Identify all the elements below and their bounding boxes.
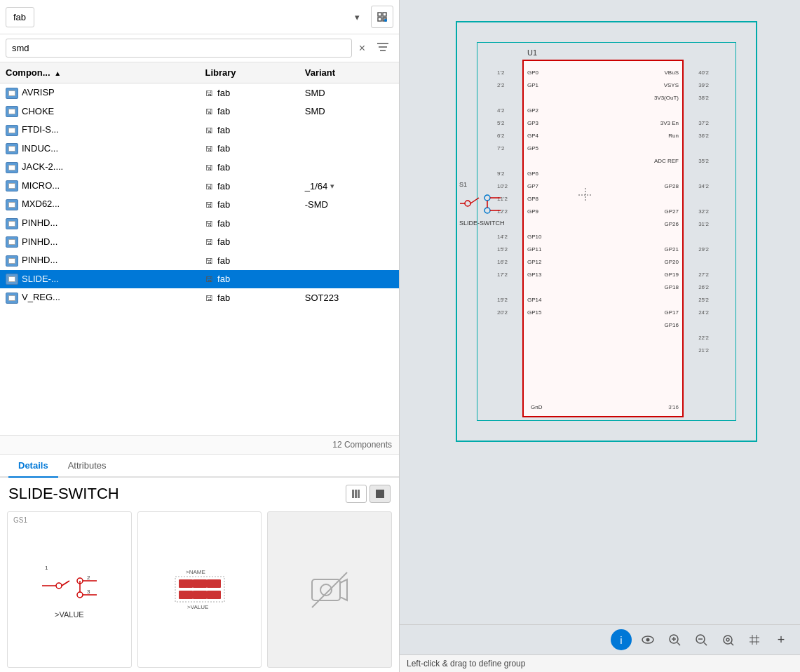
table-row[interactable]: AVRISP🖫 fabSMD [0,83,399,102]
tab-details[interactable]: Details [8,455,58,478]
table-row[interactable]: PINHD...🖫 fab [0,233,399,252]
svg-line-54 [704,643,707,645]
filter-button[interactable] [372,41,393,55]
switch-label: S1 [459,181,505,188]
settings-icon [377,11,388,22]
table-view-button[interactable] [346,485,367,503]
component-detail-title: SLIDE-SWITCH [0,478,399,507]
block-view-button[interactable] [370,485,391,503]
table-row[interactable]: CHOKE🖫 fabSMD [0,102,399,121]
svg-rect-11 [376,490,384,498]
right-panel: U1 1'22'2 4'25'26'27'2 9'210'211'212'2 1… [400,0,800,672]
table-row[interactable]: V_REG...🖫 fabSOT223 [0,288,399,307]
svg-line-35 [312,572,347,607]
crosshair-svg [578,188,592,202]
table-row[interactable]: PINHD...🖫 fab [0,251,399,270]
svg-rect-24 [179,579,193,588]
schematic-value-label: >VALUE [55,610,84,619]
view-buttons [346,485,391,503]
svg-rect-8 [352,490,354,498]
svg-point-47 [646,638,650,642]
svg-text:1: 1 [45,565,48,571]
switch-svg [459,189,501,217]
zoom-out-icon [695,633,707,646]
schematic-canvas[interactable]: U1 1'22'2 4'25'26'27'2 9'210'211'212'2 1… [400,0,800,624]
ic-chip: U1 1'22'2 4'25'26'27'2 9'210'211'212'2 1… [522,60,684,417]
svg-line-57 [731,643,733,645]
svg-rect-29 [207,591,221,599]
col-header-component[interactable]: Compon... ▲ [0,62,200,83]
svg-marker-34 [340,579,347,600]
table-row[interactable]: PINHD...🖫 fab [0,214,399,233]
slide-switch-symbol: S1 SLIDE-SWITCH [459,181,505,227]
info-button[interactable]: i [611,629,632,650]
library-dropdown-wrapper: fab [6,7,367,27]
svg-rect-25 [193,579,207,588]
layout-preview[interactable]: >NAME >VALUE [137,511,262,668]
schematic-preview[interactable]: GS1 1 2 3 >VALUE [7,511,132,668]
schematic-toolbar: i [400,624,800,654]
library-dropdown[interactable]: fab [6,7,34,27]
schematic-inner: U1 1'22'2 4'25'26'27'2 9'210'211'212'2 1… [456,21,771,456]
left-signals: GP0GP1 GP2GP3GP4GP5 GP6GP7GP8GP9 GP10GP1… [527,67,541,319]
table-row[interactable]: INDUC...🖫 fab [0,140,399,159]
svg-rect-2 [378,18,381,21]
library-settings-button[interactable] [371,6,393,28]
tab-attributes[interactable]: Attributes [58,455,116,478]
add-button[interactable]: + [771,629,792,650]
table-row[interactable]: MXD62...🖫 fab-SMD [0,195,399,214]
status-bar: Left-click & drag to define group [400,654,800,672]
svg-point-36 [465,201,470,206]
svg-point-56 [726,638,729,641]
gnd-signal: GnD [531,404,542,410]
svg-line-40 [470,198,479,203]
table-view-icon [351,489,361,499]
component-count: 12 Components [0,436,399,455]
svg-text:3: 3 [87,589,90,595]
svg-line-51 [677,643,680,645]
3d-preview[interactable] [267,511,392,668]
eye-button[interactable] [637,629,658,650]
clear-search-button[interactable]: × [356,41,368,56]
library-selector-row: fab [0,0,399,34]
svg-rect-32 [312,579,340,600]
svg-point-14 [77,592,83,598]
eye-icon [642,636,654,644]
zoom-fit-button[interactable] [717,629,738,650]
filter-icon [377,42,389,52]
grid-button[interactable] [744,629,765,650]
table-row[interactable]: FTDI-S...🖫 fab [0,121,399,140]
block-view-icon [375,489,385,499]
table-row[interactable]: MICRO...🖫 fab_1/64 ▾ [0,177,399,196]
schematic-preview-svg: 1 2 3 [41,561,97,610]
cursor-crosshair [578,188,592,204]
preview-row: GS1 1 2 3 >VALUE [0,507,399,672]
switch-component-label: SLIDE-SWITCH [459,220,505,227]
svg-point-4 [384,19,387,22]
svg-text:>VALUE: >VALUE [187,604,208,610]
table-row[interactable]: JACK-2....🖫 fab [0,158,399,177]
svg-point-37 [484,195,490,201]
zoom-in-button[interactable] [664,629,685,650]
svg-point-12 [56,583,62,589]
tabs-row: Details Attributes [0,455,399,478]
3d-preview-svg [309,569,351,611]
col-header-variant[interactable]: Variant [299,62,399,83]
col-header-library[interactable]: Library [200,62,299,83]
search-input[interactable]: smd [6,39,352,58]
zoom-fit-icon [721,633,734,646]
left-panel: fab smd × [0,0,400,672]
status-text: Left-click & drag to define group [407,659,525,668]
zoom-out-button[interactable] [691,629,712,650]
svg-rect-9 [355,490,357,498]
ic-label: U1 [527,48,537,57]
svg-rect-1 [383,13,386,16]
layout-preview-svg: >NAME >VALUE [172,565,228,614]
svg-point-38 [484,208,490,213]
right-signals: VBuSVSYS3V3(OuT) 3V3 EnRun ADC REF GP28 … [654,67,679,332]
gnd-pin: 3'16 [668,404,679,410]
search-row: smd × [0,34,399,62]
svg-rect-0 [378,13,381,16]
table-row[interactable]: SLIDE-...🖫 fab [0,270,399,289]
table-header-row: Compon... ▲ Library Variant [0,62,399,83]
